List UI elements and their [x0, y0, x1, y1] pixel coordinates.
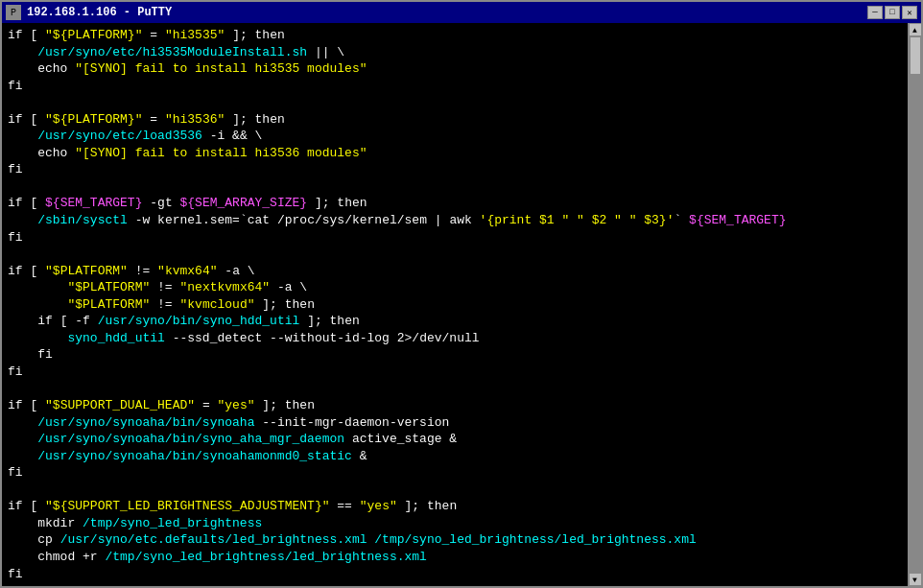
title-bar: P 192.168.1.106 - PuTTY — □ ✕: [2, 2, 921, 23]
putty-window: P 192.168.1.106 - PuTTY — □ ✕ if [ "${PL…: [0, 0, 923, 588]
terminal-output: if [ "${PLATFORM}" = "hi3535" ]; then /u…: [8, 27, 902, 586]
scrollbar-thumb[interactable]: [910, 36, 921, 75]
title-bar-buttons: — □ ✕: [867, 6, 917, 19]
scroll-up-button[interactable]: ▲: [909, 23, 922, 36]
terminal[interactable]: if [ "${PLATFORM}" = "hi3535" ]; then /u…: [2, 23, 908, 586]
content-area: if [ "${PLATFORM}" = "hi3535" ]; then /u…: [2, 23, 921, 586]
scroll-down-button[interactable]: ▼: [909, 573, 922, 586]
title-bar-left: P 192.168.1.106 - PuTTY: [6, 5, 172, 20]
line-1: if [ "${PLATFORM}" = "hi3535" ]; then /u…: [8, 27, 902, 586]
maximize-button[interactable]: □: [885, 6, 900, 19]
close-button[interactable]: ✕: [902, 6, 917, 19]
minimize-button[interactable]: —: [867, 6, 883, 19]
scrollbar[interactable]: ▲ ▼: [908, 23, 921, 586]
window-title: 192.168.1.106 - PuTTY: [27, 6, 172, 19]
putty-icon: P: [6, 5, 21, 20]
scrollbar-track[interactable]: [909, 36, 921, 573]
